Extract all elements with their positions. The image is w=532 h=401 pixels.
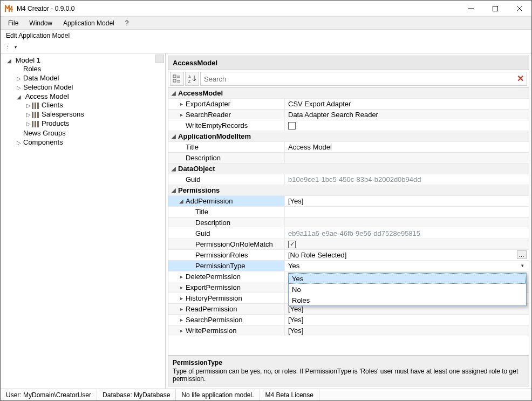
dropdown-option-no[interactable]: No — [289, 284, 526, 295]
tree-pane: ◢ Model 1 ·Roles ▷Data Model ▷Selection … — [1, 53, 166, 389]
menubar: File Window Application Model ? — [1, 17, 531, 30]
property-row-perm-type[interactable]: ·PermissionTypeYes▾ — [168, 261, 529, 271]
tree-node-products[interactable]: ▷Products — [25, 119, 163, 128]
dropdown-arrow-icon[interactable]: ▾ — [518, 261, 527, 270]
prop-value[interactable]: Access Model — [285, 142, 529, 152]
prop-label: Description — [186, 154, 221, 162]
help-title: PermissionType — [173, 359, 524, 366]
prop-label: Title — [186, 143, 199, 151]
prop-value[interactable] — [285, 207, 529, 217]
close-button[interactable] — [507, 1, 531, 17]
property-row-description[interactable]: ·Description — [168, 153, 529, 164]
body-split: ◢ Model 1 ·Roles ▷Data Model ▷Selection … — [1, 53, 531, 389]
prop-value[interactable]: [Yes] — [285, 196, 529, 206]
edit-header: Edit Application Model — [1, 30, 531, 42]
svg-rect-9 — [37, 121, 39, 127]
ellipsis-button[interactable]: … — [517, 250, 527, 259]
property-row-writepermission[interactable]: ▸WritePermission[Yes] — [168, 325, 529, 336]
prop-label: AddPermission — [186, 197, 233, 205]
toolbar-dropdown-icon[interactable]: ▾ — [15, 45, 17, 50]
property-row-exportadapter[interactable]: ▸ExportAdapterCSV Export Adapter — [168, 99, 529, 110]
tree-node-selection-model[interactable]: ▷Selection Model — [16, 83, 163, 92]
prop-value[interactable] — [285, 153, 529, 163]
property-row-title[interactable]: ·TitleAccess Model — [168, 142, 529, 153]
tree-scroll[interactable]: ◢ Model 1 ·Roles ▷Data Model ▷Selection … — [1, 53, 165, 389]
menu-help[interactable]: ? — [121, 18, 133, 28]
prop-value[interactable] — [285, 120, 529, 131]
property-row-searchreader[interactable]: ▸SearchReaderData Adapter Search Reader — [168, 110, 529, 120]
maximize-button[interactable] — [483, 1, 507, 17]
expand-icon[interactable]: ▷ — [25, 121, 32, 127]
collapse-icon[interactable]: ◢ — [170, 90, 177, 96]
expand-icon[interactable]: ▷ — [16, 140, 22, 146]
tree-node-roles[interactable]: ·Roles — [16, 64, 163, 73]
checkbox-icon[interactable] — [288, 122, 296, 130]
tree-node-components[interactable]: ▷Components — [16, 138, 163, 147]
tree-node-access-model[interactable]: ◢ Access Model ▷Clients ▷Salespersons ▷P… — [16, 92, 163, 128]
prop-value[interactable]: [Yes] — [285, 325, 529, 336]
minimize-button[interactable] — [459, 1, 483, 17]
permission-type-dropdown[interactable]: Yes No Roles — [288, 273, 527, 306]
tree-label: Roles — [22, 65, 42, 73]
expand-icon[interactable]: ▸ — [178, 317, 185, 323]
menu-window[interactable]: Window — [25, 18, 57, 28]
prop-value[interactable]: [Yes] — [285, 315, 529, 325]
expand-icon[interactable]: ▸ — [178, 112, 185, 118]
tree-node-salespersons[interactable]: ▷Salespersons — [25, 110, 163, 119]
prop-label: SearchReader — [186, 111, 231, 119]
collapse-icon[interactable]: ◢ — [170, 187, 177, 193]
collapse-icon[interactable]: ◢ — [178, 198, 185, 204]
category-row[interactable]: ◢ApplicationModelItem — [168, 131, 529, 142]
property-row-perm-on-role[interactable]: ·PermissionOnRoleMatch✓ — [168, 239, 529, 250]
property-row-guid[interactable]: ·Guidb10e9ce1-1bc5-450c-83b4-b2002d0b94d… — [168, 174, 529, 185]
property-row-addpermission[interactable]: ◢AddPermission[Yes] — [168, 196, 529, 207]
expand-icon[interactable]: ▸ — [178, 284, 185, 290]
prop-value[interactable]: [No Role Selected]… — [285, 250, 529, 260]
dropdown-option-roles[interactable]: Roles — [289, 295, 526, 305]
menu-file[interactable]: File — [4, 18, 23, 28]
expand-icon[interactable]: ▷ — [25, 103, 32, 108]
expand-icon[interactable]: ▸ — [178, 101, 185, 107]
clear-search-icon[interactable]: ✕ — [515, 73, 525, 83]
collapse-icon[interactable]: ◢ — [170, 166, 177, 172]
category-row[interactable]: ◢AccessModel — [168, 88, 529, 99]
property-row-add-guid[interactable]: ·Guideb9a11a6-e9ae-46fb-9e56-dd7528e9581… — [168, 228, 529, 239]
entity-icon — [32, 121, 39, 127]
prop-value[interactable]: Yes▾ — [285, 261, 529, 271]
tree-node-data-model[interactable]: ▷Data Model — [16, 73, 163, 83]
collapse-icon[interactable]: ◢ — [6, 58, 12, 64]
prop-value[interactable]: CSV Export Adapter — [285, 99, 529, 109]
tree-node-model[interactable]: ◢ Model 1 ·Roles ▷Data Model ▷Selection … — [6, 56, 163, 147]
menu-application-model[interactable]: Application Model — [59, 18, 119, 28]
expand-icon[interactable]: ▸ — [178, 306, 185, 312]
alpha-sort-button[interactable]: AZ — [185, 72, 199, 86]
checkbox-checked-icon[interactable]: ✓ — [288, 241, 296, 248]
expand-icon[interactable]: ▸ — [178, 328, 185, 334]
expand-icon[interactable]: ▷ — [16, 85, 22, 91]
expand-icon[interactable]: ▷ — [16, 76, 22, 81]
scrollbar-stub-icon[interactable] — [155, 55, 164, 63]
toolbar-strip: ⋮ ▾ — [1, 42, 531, 53]
prop-value[interactable] — [285, 218, 529, 228]
category-row[interactable]: ◢DataObject — [168, 164, 529, 174]
svg-rect-8 — [35, 121, 36, 127]
property-row-add-title[interactable]: ·Title — [168, 207, 529, 218]
collapse-icon[interactable]: ◢ — [16, 94, 22, 100]
tree-node-clients[interactable]: ▷Clients — [25, 100, 163, 110]
prop-value[interactable]: Data Adapter Search Reader — [285, 110, 529, 120]
property-row-searchpermission[interactable]: ▸SearchPermission[Yes] — [168, 315, 529, 325]
categorized-button[interactable] — [170, 72, 184, 86]
property-row-writeempty[interactable]: ·WriteEmptyRecords — [168, 120, 529, 131]
toolbar-grip-icon: ⋮ — [5, 44, 11, 51]
expand-icon[interactable]: ▸ — [178, 295, 185, 301]
tree-node-news-groups[interactable]: ·News Groups — [16, 128, 163, 138]
search-input[interactable] — [200, 72, 527, 86]
collapse-icon[interactable]: ◢ — [170, 133, 177, 139]
expand-icon[interactable]: ▸ — [178, 274, 185, 280]
expand-icon[interactable]: ▷ — [25, 112, 32, 118]
property-row-perm-roles[interactable]: ·PermissionRoles[No Role Selected]… — [168, 250, 529, 261]
category-row[interactable]: ◢Permissions — [168, 185, 529, 196]
dropdown-option-yes[interactable]: Yes — [289, 273, 526, 284]
prop-value[interactable]: ✓ — [285, 239, 529, 249]
property-row-add-description[interactable]: ·Description — [168, 218, 529, 228]
